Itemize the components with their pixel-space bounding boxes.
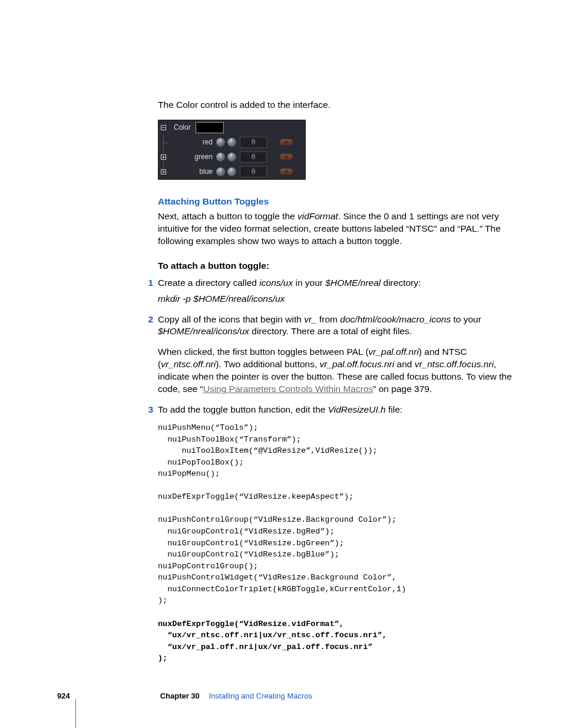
channel-label-red: red (170, 138, 215, 146)
value-box-green: 0 (240, 151, 267, 163)
intro-paragraph: The Color control is added to the interf… (158, 99, 527, 111)
cross-reference-link[interactable]: Using Parameters Controls Within Macros (203, 384, 373, 394)
expand-icon (161, 169, 166, 174)
slider-thumb (280, 169, 293, 174)
chapter-number: Chapter 30 (160, 691, 200, 700)
value-box-blue: 0 (240, 166, 267, 177)
command-text: mkdir -p $HOME/nreal/icons/ux (158, 294, 285, 304)
expand-icon (161, 154, 166, 160)
step-2: Copy all of the icons that begin with vr… (158, 314, 527, 396)
section-heading: Attaching Button Toggles (158, 196, 527, 207)
color-control-figure: Color red 0 green 0 blue 0 (158, 120, 306, 180)
channel-label-blue: blue (170, 167, 215, 176)
knob-icon (227, 167, 236, 176)
collapse-icon (161, 125, 166, 130)
slider-thumb (280, 154, 293, 160)
page-number: 924 (57, 691, 72, 700)
knob-icon (227, 138, 236, 147)
step-3: To add the toggle button function, edit … (158, 404, 527, 664)
knob-icon (227, 153, 236, 162)
color-swatch (196, 122, 224, 133)
color-group-label: Color (170, 123, 191, 131)
channel-label-green: green (170, 153, 215, 161)
chapter-title: Installing and Creating Macros (209, 691, 312, 700)
knob-icon (216, 167, 225, 176)
page-footer: 924 Chapter 30 Installing and Creating M… (57, 691, 527, 700)
slider-thumb (280, 139, 293, 145)
step-1: Create a directory called icons/ux in yo… (158, 277, 527, 305)
section-paragraph: Next, attach a button to toggle the vidF… (158, 210, 527, 248)
sub-heading: To attach a button toggle: (158, 261, 527, 271)
knob-icon (216, 138, 225, 147)
knob-icon (216, 153, 225, 162)
margin-rule (75, 699, 76, 728)
code-block: nuiPushMenu(“Tools”); nuiPushToolBox(“Tr… (158, 422, 527, 664)
value-box-red: 0 (240, 137, 267, 148)
